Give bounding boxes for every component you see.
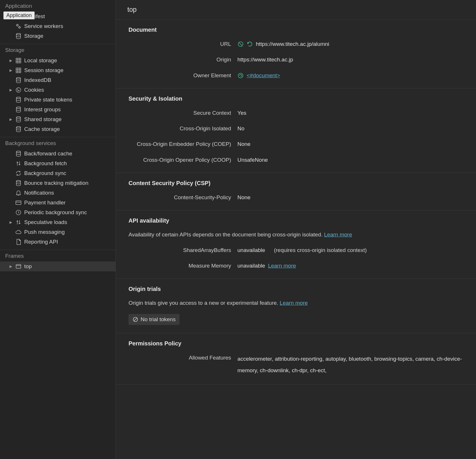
sidebar-item-speculative-loads[interactable]: ▶Speculative loads (0, 217, 116, 227)
permissions-heading: Permissions Policy (129, 340, 463, 347)
security-panel: Security & Isolation Secure ContextYes C… (116, 89, 476, 173)
sidebar-item-shared-storage[interactable]: ▶Shared storage (0, 114, 116, 124)
sidebar-item-label: Back/forward cache (24, 151, 72, 157)
sidebar-item-label: Background fetch (24, 160, 67, 167)
permissions-panel: Permissions Policy Allowed Featuresaccel… (116, 333, 476, 385)
origin-value: https://www.titech.ac.jp (237, 55, 293, 64)
sab-value: unavailable (237, 246, 265, 255)
allowed-label: Allowed Features (129, 353, 237, 362)
section-header: Storage (0, 44, 116, 56)
sab-label: SharedArrayBuffers (129, 246, 237, 255)
grid-icon (15, 67, 22, 74)
coi-label: Cross-Origin Isolated (129, 124, 237, 133)
refresh-icon[interactable] (247, 41, 253, 47)
mm-learn-link[interactable]: Learn more (268, 261, 296, 270)
sidebar-item-label: top (24, 263, 32, 270)
sidebar-item-label: Speculative loads (24, 219, 67, 225)
chevron-right-icon[interactable]: ▶ (9, 68, 13, 72)
stop-icon[interactable] (237, 41, 244, 47)
origintrials-learn-link[interactable]: Learn more (280, 300, 308, 306)
csp-panel: Content Security Policy (CSP) Content-Se… (116, 173, 476, 210)
sidebar-item-label: Reporting API (24, 239, 58, 245)
sidebar-item-label: Local storage (24, 57, 57, 64)
cloud-icon (15, 229, 22, 236)
sidebar-item-cookies[interactable]: ▶Cookies (0, 85, 116, 95)
chevron-right-icon[interactable]: ▶ (9, 88, 13, 92)
db-icon (15, 150, 22, 157)
frame-title: top (116, 0, 476, 20)
db-icon (15, 116, 22, 123)
url-label: URL (129, 39, 237, 49)
sidebar-item-indexeddb[interactable]: ▶IndexedDB (0, 75, 116, 85)
secure-value: Yes (237, 108, 246, 118)
document-panel: Document URL https://www.titech.ac.jp/al… (116, 20, 476, 89)
db-icon (15, 126, 22, 133)
origintrials-desc: Origin trials give you access to a new o… (129, 299, 463, 307)
chevron-right-icon[interactable]: ▶ (9, 117, 13, 121)
sidebar-item-label: Push messaging (24, 229, 65, 235)
sidebar-item-label: Notifications (24, 190, 54, 196)
secure-label: Secure Context (129, 108, 237, 118)
db-icon (15, 33, 22, 39)
sidebar-item-session-storage[interactable]: ▶Session storage (0, 65, 116, 75)
sidebar-item-background-fetch[interactable]: ▶Background fetch (0, 159, 116, 168)
sidebar-item-label: Background sync (24, 170, 66, 176)
origintrials-heading: Origin trials (129, 286, 463, 292)
sidebar-item-interest-groups[interactable]: ▶Interest groups (0, 105, 116, 114)
owner-link[interactable]: <#document> (247, 71, 280, 80)
grid-icon (15, 57, 22, 64)
sidebar-item-bounce-tracking-mitigation[interactable]: ▶Bounce tracking mitigation (0, 178, 116, 188)
origintrials-panel: Origin trials Origin trials give you acc… (116, 279, 476, 333)
db-icon (15, 77, 22, 84)
sidebar-item-reporting-api[interactable]: ▶Reporting API (0, 237, 116, 247)
sidebar-item-private-state-tokens[interactable]: ▶Private state tokens (0, 95, 116, 105)
cookie-icon (15, 86, 22, 93)
sidebar-item-local-storage[interactable]: ▶Local storage (0, 56, 116, 65)
db-icon (15, 96, 22, 103)
coep-value: None (237, 140, 250, 149)
security-heading: Security & Isolation (129, 95, 463, 102)
no-trial-pill: No trial tokens (129, 314, 180, 325)
sidebar-item-label: IndexedDB (24, 77, 51, 83)
sidebar-item-label: Cache storage (24, 126, 60, 132)
api-heading: API availability (129, 217, 463, 224)
coi-value: No (237, 124, 244, 133)
ban-icon (133, 317, 138, 322)
sidebar-item-periodic-background-sync[interactable]: ▶Periodic background sync (0, 208, 116, 217)
sidebar-item-storage[interactable]: ▶Storage (0, 31, 116, 41)
csp-value: None (237, 193, 250, 202)
sidebar-item-cache-storage[interactable]: ▶Cache storage (0, 124, 116, 134)
mm-label: Measure Memory (129, 261, 237, 270)
sidebar-item-notifications[interactable]: ▶Notifications (0, 188, 116, 198)
coop-label: Cross-Origin Opener Policy (COOP) (129, 155, 237, 165)
doc-icon (15, 238, 22, 245)
allowed-value: accelerometer, attribution-reporting, au… (237, 353, 463, 376)
url-value: https://www.titech.ac.jp/alumni (256, 39, 329, 49)
section-header: Application (0, 0, 116, 12)
chevron-right-icon[interactable]: ▶ (9, 59, 13, 63)
sidebar-item-label: Interest groups (24, 106, 61, 113)
sidebar-item-top[interactable]: ▶top (0, 262, 116, 271)
chevron-right-icon[interactable]: ▶ (9, 264, 13, 268)
sidebar-item-label: Shared storage (24, 116, 62, 123)
db-icon (15, 180, 22, 187)
api-learn-link[interactable]: Learn more (324, 232, 352, 238)
csp-label: Content-Security-Policy (129, 193, 237, 202)
target-icon[interactable] (237, 72, 244, 79)
sidebar-item-push-messaging[interactable]: ▶Push messaging (0, 227, 116, 237)
document-heading: Document (129, 27, 463, 33)
sidebar-item-payment-handler[interactable]: ▶Payment handler (0, 198, 116, 208)
coop-value: UnsafeNone (237, 155, 268, 165)
coep-label: Cross-Origin Embedder Policy (COEP) (129, 140, 237, 149)
sidebar-item-label: Payment handler (24, 200, 66, 206)
gears-icon (15, 23, 22, 30)
sidebar-item-back-forward-cache[interactable]: ▶Back/forward cache (0, 149, 116, 159)
bell-icon (15, 189, 22, 196)
sidebar-item-background-sync[interactable]: ▶Background sync (0, 168, 116, 178)
csp-heading: Content Security Policy (CSP) (129, 180, 463, 187)
sidebar-item-label: Session storage (24, 67, 63, 74)
mm-value: unavailable (237, 261, 265, 270)
sidebar-item-label: Cookies (24, 87, 44, 93)
chevron-right-icon[interactable]: ▶ (9, 220, 13, 224)
sidebar-item-service-workers[interactable]: ▶Service workers (0, 21, 116, 31)
